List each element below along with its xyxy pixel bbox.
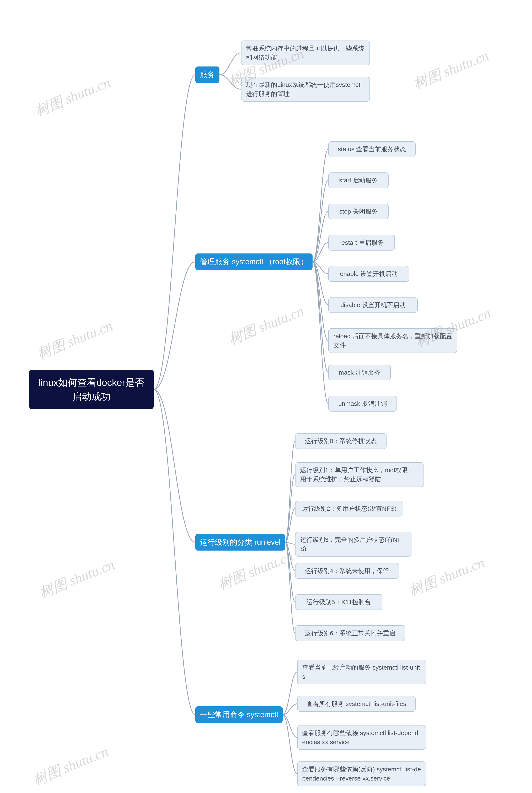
- watermark: 树图 shutu.cn: [31, 742, 111, 789]
- watermark: 树图 shutu.cn: [226, 302, 306, 349]
- leaf-service-desc-1: 常驻系统内存中的进程且可以提供一些系统和网络功能: [241, 40, 370, 65]
- leaf-start: start 启动服务: [328, 172, 388, 188]
- branch-common-cmds: 一些常用命令 systemctl: [195, 707, 283, 723]
- leaf-list-units: 查看当前已经启动的服务 systemctl list-units: [297, 660, 426, 684]
- leaf-runlevel-6: 运行级别6：系统正常关闭并重启: [295, 625, 405, 641]
- leaf-runlevel-4: 运行级别4：系统未使用，保留: [295, 563, 399, 579]
- branch-manage-service: 管理服务 systemctl （root权限）: [195, 253, 312, 270]
- watermark: 树图 shutu.cn: [407, 553, 487, 600]
- leaf-list-deps-rev: 查看服务有哪些依赖(反向) systemctl list-dependencie…: [297, 761, 426, 786]
- leaf-mask: mask 注销服务: [328, 365, 391, 381]
- leaf-unmask: unmask 取消注销: [328, 396, 397, 411]
- leaf-reload: reload 后面不接具体服务名，重新加载配置文件: [328, 328, 457, 353]
- leaf-list-unit-files: 查看所有服务 systemctl list-unit-files: [297, 696, 416, 712]
- mindmap-root: linux如何查看docker是否启动成功: [29, 370, 154, 409]
- leaf-list-deps: 查看服务有哪些依赖 systemctl list-dependencies xx…: [297, 725, 426, 750]
- leaf-status: status 查看当前服务状态: [328, 141, 416, 157]
- leaf-runlevel-5: 运行级别5：X11控制台: [295, 594, 382, 610]
- leaf-stop: stop 关闭服务: [328, 204, 388, 219]
- branch-service: 服务: [195, 66, 220, 83]
- watermark: 树图 shutu.cn: [35, 316, 115, 363]
- watermark: 树图 shutu.cn: [37, 555, 117, 602]
- leaf-service-desc-2: 现在最新的Linux系统都统一使用systemctl进行服务的管理: [241, 77, 370, 102]
- leaf-runlevel-1: 运行级别1：单用户工作状态，root权限，用于系统维护，禁止远程登陆: [295, 462, 424, 487]
- leaf-runlevel-2: 运行级别2：多用户状态(没有NFS): [295, 501, 403, 517]
- leaf-runlevel-3: 运行级别3：完全的多用户状态(有NFS): [295, 532, 412, 557]
- watermark: 树图 shutu.cn: [33, 73, 113, 120]
- watermark: 树图 shutu.cn: [411, 46, 492, 93]
- branch-runlevel: 运行级别的分类 runlevel: [195, 534, 285, 550]
- watermark: 树图 shutu.cn: [215, 547, 296, 594]
- leaf-restart: restart 重启服务: [328, 235, 395, 251]
- leaf-enable: enable 设置开机启动: [328, 266, 410, 282]
- leaf-disable: disable 设置开机不启动: [328, 297, 418, 313]
- leaf-runlevel-0: 运行级别0：系统停机状态: [295, 433, 386, 449]
